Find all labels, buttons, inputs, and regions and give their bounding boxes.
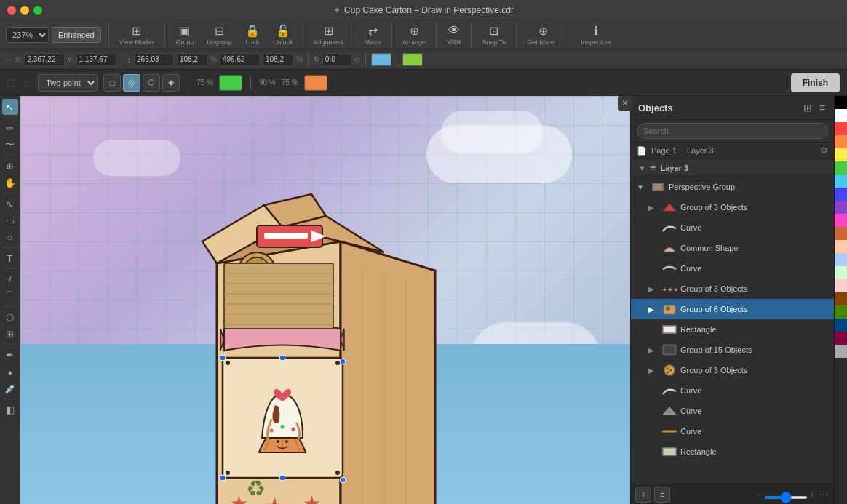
tree-item-curve3[interactable]: Curve [631,380,834,401]
tree-item-group6[interactable]: ▶ Group of 6 Objects [631,299,834,319]
persp-diamond-btn[interactable]: ◈ [162,74,180,92]
tree-item-group3-top[interactable]: ▶ Group of 3 Objects [631,197,834,217]
layer3-collapse-arrow[interactable]: ▼ [638,164,646,172]
curve-tool[interactable]: ∿ [2,196,18,212]
panel-menu-icon[interactable]: ≡ [818,100,827,115]
ellipse-tool[interactable]: ○ [2,229,18,245]
toolbar-ungroup[interactable]: ⊟ Ungroup [201,23,238,47]
rotation-input[interactable] [322,53,351,66]
pan-tool[interactable]: ✋ [2,175,18,191]
tree-item-curve2[interactable]: Curve [631,258,834,279]
perspective-group-arrow[interactable]: ▼ [637,183,647,191]
color-swatch-cyan[interactable] [835,175,847,188]
color-swatch-red[interactable] [835,122,847,135]
tree-item-common-shape[interactable]: Common Shape [631,238,834,258]
zoom-slider[interactable] [764,496,808,499]
add-layer-button[interactable]: + [635,487,651,503]
toolbar-lock[interactable]: 🔒 Lock [239,23,266,47]
color-swatch-peach[interactable] [835,240,847,253]
objects-tree[interactable]: ▼ Perspective Group ▶ Group of 3 Objects [631,177,834,484]
tree-item-curve4[interactable]: Curve [631,401,834,421]
tree-item-perspective-group[interactable]: ▼ Perspective Group [631,177,834,197]
width-pct-input[interactable] [177,53,207,66]
group6-arrow[interactable]: ▶ [648,305,659,313]
tree-item-group15[interactable]: ▶ Group of 15 Objects [631,340,834,360]
color-swatch-darkgreen[interactable] [835,305,847,319]
color-swatch-gray[interactable] [835,345,847,358]
toolbar-view-modes[interactable]: ⊞ View Modes [114,23,161,47]
color-swatch-lightpink[interactable] [835,279,847,292]
perspective-mode-select[interactable]: Two-point [38,74,98,92]
color-swatch-darkblue[interactable] [835,319,847,332]
maximize-button[interactable] [33,6,42,15]
finish-button[interactable]: Finish [791,73,840,92]
select-tool[interactable]: ↖ [2,99,18,115]
close-button[interactable] [7,6,16,15]
group15-arrow[interactable]: ▶ [648,346,659,354]
eyedropper-tool[interactable]: 💉 [2,380,18,396]
line-tool[interactable]: / [2,271,18,287]
x-input[interactable] [25,53,65,66]
group3-stars-arrow[interactable]: ▶ [648,285,659,293]
text-tool[interactable]: T [2,250,18,266]
color-swatch-darkbrown[interactable] [835,292,847,305]
toolbar-get-more[interactable]: ⊕ Get More... [521,23,565,47]
tree-item-group3-cookie[interactable]: ▶ Group of 3 Objects [631,360,834,380]
minimize-button[interactable] [20,6,29,15]
color-swatch-blue[interactable] [835,188,847,201]
group3-top-arrow[interactable]: ▶ [648,204,659,212]
toolbar-alignment[interactable]: ⊞ Alignment [308,23,349,47]
zoom-in-button[interactable]: + [810,489,814,499]
canvas-area[interactable]: ★ ★ ★ ♻ [20,96,630,504]
toolbar-group[interactable]: ▣ Group [170,23,199,47]
persp-circle-btn[interactable]: ◎ [123,74,140,92]
shape-tool[interactable]: ⬡ [2,309,18,325]
smooth-tool[interactable]: 〜 [2,137,18,153]
layer-options-button[interactable]: ≡ [654,487,670,503]
color-swatch-purple[interactable] [835,201,847,214]
toolbar-inspectors[interactable]: ℹ Inspectors [575,23,617,47]
tree-item-group3-stars[interactable]: ▶ ✦✦✦ Group of 3 Objects [631,279,834,299]
connector-tool[interactable]: ⌒ [2,288,18,304]
zoom-out-button[interactable]: − [757,489,761,499]
group3-cookie-arrow[interactable]: ▶ [648,367,659,375]
tree-item-rectangle[interactable]: Rectangle [631,319,834,340]
color-swatch-black[interactable] [835,96,847,109]
toolbar-view[interactable]: 👁 View [441,23,466,47]
persp-color-orange[interactable] [304,75,327,91]
toolbar-mirror[interactable]: ⇄ Mirror [359,23,388,47]
toolbar-arrange[interactable]: ⊕ Arrange [397,23,432,47]
color-swatch-pink[interactable] [835,214,847,227]
tree-item-curve1[interactable]: Curve [631,217,834,238]
table-tool[interactable]: ⊞ [2,326,18,342]
zoom-select[interactable]: 237% [6,27,49,43]
search-input[interactable] [637,123,828,139]
more-options-button[interactable]: ⋯ [817,489,830,500]
panel-close-button[interactable]: ✕ [618,96,632,111]
color-swatch-darkpurple[interactable] [835,332,847,345]
color-swatch-yellow[interactable] [835,148,847,161]
color-swatch-brown[interactable] [835,227,847,240]
zoom-tool[interactable]: ⊕ [2,158,18,174]
persp-rect-btn[interactable]: □ [103,74,121,92]
enhanced-button[interactable]: Enhanced [52,27,101,43]
pen-tool[interactable]: ✒ [2,347,18,363]
rect-tool[interactable]: ▭ [2,212,18,228]
shadow-tool[interactable]: ◧ [2,401,18,417]
tree-item-rectangle2[interactable]: Rectangle [631,441,834,462]
panel-expand-icon[interactable]: ⊞ [802,100,814,115]
tree-item-curve5[interactable]: Curve [631,421,834,441]
fill-tool[interactable]: ⬧ [2,364,18,380]
persp-color-green[interactable] [219,75,242,91]
fill-color[interactable] [371,53,391,66]
y-input[interactable] [76,53,116,66]
freeform-tool[interactable]: ✏ [2,120,18,136]
toolbar-snap-to[interactable]: ⊡ Snap To [476,23,512,47]
layer-settings-button[interactable]: ⚙ [820,145,828,156]
color-swatch-lightgreen[interactable] [835,266,847,279]
persp-hex-btn[interactable]: ⬡ [143,74,160,92]
toolbar-unlock[interactable]: 🔓 Unlock [267,23,299,47]
color-swatch-white[interactable] [835,109,847,122]
height-pct-input[interactable] [263,53,293,66]
stroke-color[interactable] [402,53,423,66]
